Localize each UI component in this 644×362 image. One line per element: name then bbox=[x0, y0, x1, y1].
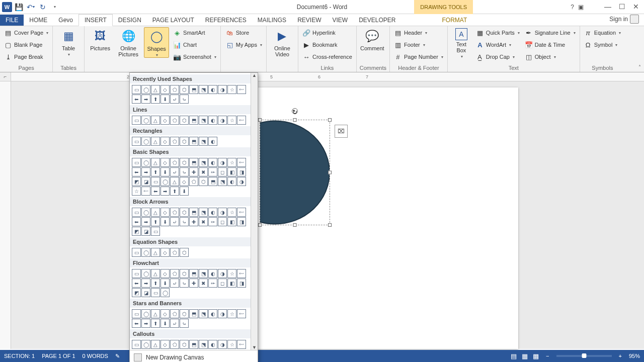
shape-item[interactable]: ➡ bbox=[141, 319, 150, 328]
shape-item[interactable]: ◇ bbox=[180, 177, 189, 186]
qat-customize-icon[interactable]: ▾ bbox=[49, 2, 60, 13]
tab-home[interactable]: HOME bbox=[24, 15, 53, 26]
comment-button[interactable]: 💬Comment bbox=[360, 27, 385, 51]
tab-file[interactable]: FILE bbox=[0, 15, 24, 26]
shape-item[interactable]: △ bbox=[151, 309, 160, 318]
shape-item[interactable]: ⬳ bbox=[237, 158, 246, 167]
shape-item[interactable]: ◯ bbox=[141, 340, 150, 349]
shape-item[interactable]: ⬒ bbox=[189, 137, 198, 146]
shape-item[interactable]: ☆ bbox=[227, 85, 236, 94]
resize-handle-n[interactable] bbox=[293, 118, 297, 122]
status-section[interactable]: SECTION: 1 bbox=[4, 353, 35, 359]
shape-item[interactable]: ⬒ bbox=[189, 116, 198, 125]
shape-item[interactable]: ⤾ bbox=[170, 279, 179, 288]
shape-item[interactable]: △ bbox=[151, 340, 160, 349]
shape-item[interactable]: ◨ bbox=[237, 279, 246, 288]
tab-mailings[interactable]: MAILINGS bbox=[252, 15, 292, 26]
shape-item[interactable]: ⬅ bbox=[132, 319, 141, 328]
store-button[interactable]: 🛍Store bbox=[225, 27, 263, 38]
shape-item[interactable]: ◑ bbox=[237, 177, 246, 186]
object-button[interactable]: ◫Object▾ bbox=[524, 51, 577, 62]
shape-item[interactable]: ◧ bbox=[227, 279, 236, 288]
table-button[interactable]: ▦Table▾ bbox=[56, 27, 81, 57]
shape-item[interactable]: ◨ bbox=[237, 217, 246, 226]
shape-item[interactable]: △ bbox=[151, 269, 160, 278]
shape-item[interactable]: ◇ bbox=[160, 248, 170, 257]
shape-item[interactable]: ⤿ bbox=[180, 217, 189, 226]
resize-handle-se[interactable] bbox=[328, 223, 332, 227]
shape-item[interactable]: ⬳ bbox=[237, 116, 246, 125]
shape-item[interactable]: ⬰ bbox=[208, 279, 217, 288]
shape-item[interactable]: ⤾ bbox=[170, 167, 179, 176]
shape-item[interactable]: ☆ bbox=[227, 309, 236, 318]
shape-item[interactable]: ➡ bbox=[141, 217, 150, 226]
shape-item[interactable]: ◯ bbox=[160, 288, 170, 297]
blank-page-button[interactable]: ▢Blank Page bbox=[3, 39, 49, 50]
shape-item[interactable]: ⬒ bbox=[189, 309, 198, 318]
shape-item[interactable]: ⬠ bbox=[170, 248, 179, 257]
shape-item[interactable]: ◻ bbox=[218, 217, 227, 226]
shape-item[interactable]: ◪ bbox=[141, 288, 150, 297]
shape-item[interactable]: ▭ bbox=[132, 208, 141, 217]
shape-item[interactable]: ◪ bbox=[141, 227, 150, 236]
chart-button[interactable]: 📊Chart bbox=[172, 39, 217, 50]
shape-item[interactable]: ◑ bbox=[218, 85, 227, 94]
tab-page-layout[interactable]: PAGE LAYOUT bbox=[147, 15, 200, 26]
shapes-button[interactable]: ◯Shapes▾ bbox=[144, 27, 169, 58]
shape-item[interactable]: ▭ bbox=[151, 177, 160, 186]
shape-item[interactable]: ◯ bbox=[160, 177, 170, 186]
resize-handle-nw[interactable] bbox=[258, 118, 262, 122]
shape-item[interactable]: ⬆ bbox=[151, 279, 160, 288]
shape-item[interactable]: ⬅ bbox=[151, 187, 160, 196]
tab-insert[interactable]: INSERT bbox=[78, 14, 113, 26]
shape-item[interactable]: ◐ bbox=[208, 208, 217, 217]
online-pictures-button[interactable]: 🌐Online Pictures bbox=[116, 27, 141, 57]
tab-references[interactable]: REFERENCES bbox=[200, 15, 252, 26]
shape-item[interactable]: ➡ bbox=[160, 187, 170, 196]
shape-item[interactable]: ◑ bbox=[218, 158, 227, 167]
status-proofing-icon[interactable]: ✎ bbox=[115, 353, 120, 359]
shape-item[interactable]: ⬠ bbox=[170, 309, 179, 318]
shape-item[interactable]: ➡ bbox=[141, 167, 150, 176]
shape-item[interactable]: ◪ bbox=[141, 177, 150, 186]
save-icon[interactable]: 💾 bbox=[13, 2, 24, 13]
zoom-level[interactable]: 95% bbox=[629, 353, 640, 359]
shape-item[interactable]: ⬳ bbox=[237, 309, 246, 318]
zoom-in-icon[interactable]: + bbox=[619, 353, 622, 359]
shape-item[interactable]: ◑ bbox=[218, 116, 227, 125]
shape-item[interactable]: ◐ bbox=[208, 269, 217, 278]
shape-item[interactable]: ◑ bbox=[218, 269, 227, 278]
date-time-button[interactable]: 📅Date & Time bbox=[524, 39, 577, 50]
shape-item[interactable]: ⤾ bbox=[170, 319, 179, 328]
shape-item[interactable]: ▭ bbox=[132, 248, 141, 257]
text-box-button[interactable]: AText Box▾ bbox=[451, 27, 472, 59]
shape-item[interactable]: ◇ bbox=[160, 309, 170, 318]
shape-item[interactable]: ▭ bbox=[151, 227, 160, 236]
shape-item[interactable]: ⬳ bbox=[237, 208, 246, 217]
drop-cap-button[interactable]: A̲Drop Cap▾ bbox=[475, 51, 521, 62]
shape-item[interactable]: ⬳ bbox=[237, 269, 246, 278]
shape-item[interactable]: ⬇ bbox=[180, 187, 189, 196]
shape-item[interactable]: ⬡ bbox=[180, 340, 189, 349]
shape-item[interactable]: ⬅ bbox=[132, 167, 141, 176]
my-apps-button[interactable]: ◱My Apps▾ bbox=[225, 39, 263, 50]
tab-design[interactable]: DESIGN bbox=[113, 15, 147, 26]
screenshot-button[interactable]: 📷Screenshot▾ bbox=[172, 51, 217, 62]
equation-button[interactable]: πEquation▾ bbox=[583, 27, 622, 38]
shape-item[interactable]: ◯ bbox=[141, 269, 150, 278]
shape-item[interactable]: ⬆ bbox=[151, 167, 160, 176]
shape-item[interactable]: ⬔ bbox=[218, 177, 227, 186]
shape-item[interactable]: ▭ bbox=[132, 158, 141, 167]
shape-item[interactable]: ✖ bbox=[199, 167, 208, 176]
shape-item[interactable]: ◯ bbox=[141, 158, 150, 167]
shape-item[interactable]: ◐ bbox=[208, 116, 217, 125]
shape-item[interactable]: ⤾ bbox=[170, 95, 179, 104]
pictures-button[interactable]: 🖼Pictures bbox=[88, 27, 113, 51]
selected-oval-shape[interactable] bbox=[260, 120, 330, 225]
shape-item[interactable]: ◑ bbox=[218, 208, 227, 217]
shape-item[interactable]: ⬇ bbox=[160, 319, 170, 328]
shape-item[interactable]: △ bbox=[170, 177, 179, 186]
shape-item[interactable]: ◯ bbox=[141, 309, 150, 318]
shape-item[interactable]: ◻ bbox=[218, 167, 227, 176]
shape-item[interactable]: ⬔ bbox=[199, 269, 208, 278]
